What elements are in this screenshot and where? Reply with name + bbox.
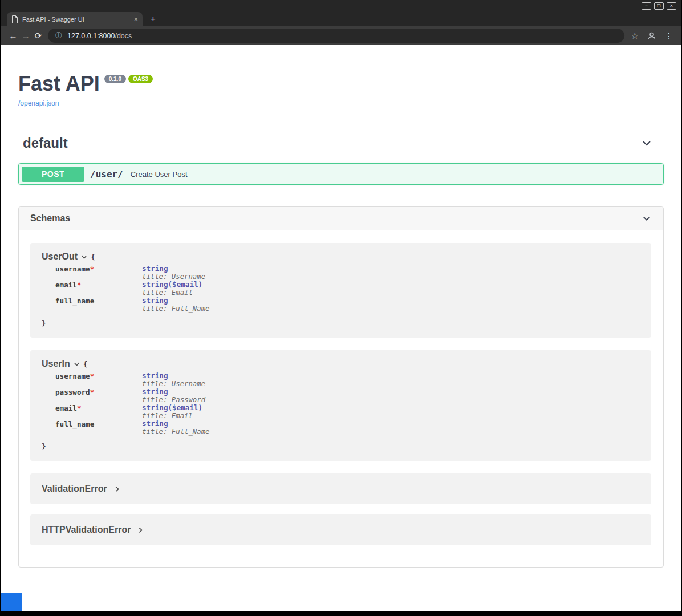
new-tab-button[interactable]: +	[151, 14, 156, 23]
profile-icon[interactable]	[647, 31, 656, 40]
property-name: username*	[55, 372, 142, 388]
schemas-title: Schemas	[30, 213, 70, 224]
property-definition: string($email) title: Email	[142, 281, 202, 297]
schema-property: email* string($email) title: Email	[55, 404, 640, 420]
property-type: string	[142, 265, 205, 273]
required-asterisk: *	[90, 265, 95, 273]
url-host: 127.0.0.1:8000	[67, 32, 115, 40]
chevron-down-icon	[641, 137, 652, 149]
property-definition: string title: Username	[142, 265, 205, 281]
status-focus-box	[1, 593, 22, 611]
model-httpvalidationerror-toggle[interactable]: HTTPValidationError	[42, 525, 640, 535]
close-brace: }	[42, 442, 640, 451]
model-userout-toggle[interactable]: UserOut {	[42, 252, 640, 262]
endpoint-post-user[interactable]: POST /user/ Create User Post	[18, 163, 664, 185]
property-type: string	[142, 297, 209, 305]
chevron-down-icon	[74, 361, 80, 367]
model-userin: UserIn { username* string title: Usernam…	[30, 350, 651, 461]
property-type: string($email)	[142, 404, 202, 412]
toolbar-right: ☆ ⋮	[631, 31, 673, 41]
tab-strip: Fast API - Swagger UI × +	[1, 11, 681, 26]
endpoint-path: /user/	[90, 169, 123, 180]
model-userin-toggle[interactable]: UserIn {	[42, 359, 640, 369]
model-properties: username* string title: Username passwor…	[55, 372, 640, 436]
close-icon: ×	[670, 3, 673, 9]
chevron-right-icon	[137, 527, 144, 533]
minimize-icon: −	[645, 3, 648, 9]
model-userout: UserOut { username* string title: Userna…	[30, 243, 651, 338]
property-type: string	[142, 420, 209, 428]
openapi-spec-link[interactable]: /openapi.json	[18, 99, 59, 107]
property-title: title: Username	[142, 273, 205, 281]
schema-property: username* string title: Username	[55, 265, 640, 281]
schemas-section: Schemas UserOut {	[18, 206, 664, 568]
forward-icon[interactable]: →	[19, 31, 32, 40]
property-definition: string title: Full_Name	[142, 297, 209, 313]
oas3-badge: OAS3	[128, 75, 153, 83]
bookmark-star-icon[interactable]: ☆	[631, 31, 639, 41]
property-name: full_name	[55, 420, 142, 436]
browser-window: − □ × Fast API - Swagger UI × + ← → ⟳ ⓘ …	[0, 0, 682, 616]
required-asterisk: *	[77, 281, 82, 289]
required-asterisk: *	[90, 388, 95, 396]
schema-property: full_name string title: Full_Name	[55, 420, 640, 436]
property-title: title: Full_Name	[142, 305, 209, 313]
browser-toolbar: ← → ⟳ ⓘ 127.0.0.1:8000/docs ☆ ⋮	[1, 26, 681, 45]
address-bar[interactable]: ⓘ 127.0.0.1:8000/docs	[48, 29, 624, 43]
property-name: password*	[55, 388, 142, 404]
property-name: username*	[55, 265, 142, 281]
model-name: UserIn	[42, 359, 70, 369]
tab-close-icon[interactable]: ×	[133, 15, 138, 23]
minimize-button[interactable]: −	[642, 2, 651, 10]
property-name: email*	[55, 404, 142, 420]
chevron-down-icon	[81, 254, 87, 260]
property-definition: string title: Full_Name	[142, 420, 209, 436]
schemas-header[interactable]: Schemas	[19, 207, 663, 230]
schema-property: full_name string title: Full_Name	[55, 297, 640, 313]
api-title: Fast API	[18, 72, 100, 95]
back-icon[interactable]: ←	[7, 31, 19, 40]
open-brace: {	[83, 360, 88, 368]
model-name: UserOut	[42, 252, 78, 262]
url-text: 127.0.0.1:8000/docs	[67, 32, 132, 40]
open-brace: {	[91, 253, 95, 261]
schemas-body: UserOut { username* string title: Userna…	[19, 230, 663, 567]
property-type: string	[142, 372, 205, 380]
url-path: /docs	[115, 32, 132, 40]
maximize-icon: □	[657, 3, 660, 9]
property-title: title: Password	[142, 396, 205, 404]
tag-title: default	[23, 135, 68, 151]
model-validationerror-toggle[interactable]: ValidationError	[42, 484, 640, 494]
property-title: title: Email	[142, 412, 202, 420]
required-asterisk: *	[90, 372, 95, 380]
chevron-right-icon	[114, 486, 120, 492]
model-properties: username* string title: Username email* …	[55, 265, 640, 313]
tag-header-default[interactable]: default	[18, 129, 664, 157]
property-type: string($email)	[142, 281, 202, 289]
model-name: HTTPValidationError	[42, 525, 131, 535]
browser-menu-icon[interactable]: ⋮	[665, 31, 673, 40]
tag-section-default: default	[18, 129, 664, 157]
close-button[interactable]: ×	[667, 2, 676, 10]
property-definition: string title: Username	[142, 372, 205, 388]
schema-property: password* string title: Password	[55, 388, 640, 404]
close-brace: }	[42, 319, 640, 327]
required-asterisk: *	[77, 404, 82, 412]
property-name: email*	[55, 281, 142, 297]
page-favicon-icon	[11, 15, 18, 23]
property-name: full_name	[55, 297, 142, 313]
property-title: title: Email	[142, 289, 202, 297]
api-info: Fast API0.1.0OAS3 /openapi.json	[18, 72, 664, 108]
reload-icon[interactable]: ⟳	[32, 31, 44, 41]
titlebar: − □ ×	[1, 0, 681, 11]
maximize-button[interactable]: □	[654, 2, 664, 10]
property-title: title: Username	[142, 380, 205, 388]
endpoint-summary: Create User Post	[131, 170, 188, 179]
schema-property: username* string title: Username	[55, 372, 640, 388]
swagger-page: Fast API0.1.0OAS3 /openapi.json default …	[1, 45, 681, 611]
http-method-badge: POST	[22, 167, 84, 182]
tab-title: Fast API - Swagger UI	[22, 16, 129, 23]
site-info-icon[interactable]: ⓘ	[55, 31, 62, 40]
browser-tab[interactable]: Fast API - Swagger UI ×	[7, 12, 143, 26]
version-badge: 0.1.0	[104, 75, 126, 83]
